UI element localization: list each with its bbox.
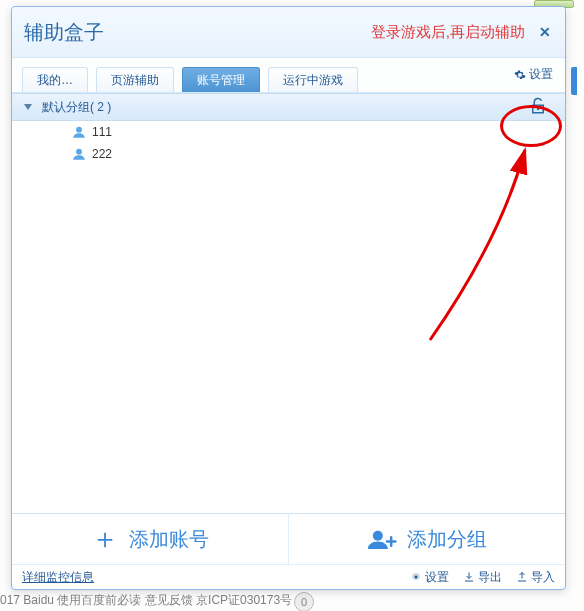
account-name: 222 xyxy=(92,147,112,161)
group-label: 默认分组( 2 ) xyxy=(42,99,111,116)
import-icon xyxy=(516,571,528,583)
footer-export-link[interactable]: 导出 xyxy=(463,569,502,586)
plus-icon: ＋ xyxy=(91,529,119,549)
footer-settings-link[interactable]: 设置 xyxy=(410,569,449,586)
unlock-icon xyxy=(529,97,547,115)
export-icon xyxy=(463,571,475,583)
user-icon xyxy=(72,147,86,161)
add-group-button[interactable]: 添加分组 xyxy=(288,514,565,564)
account-name: 111 xyxy=(92,125,112,139)
tab-webgame-assist[interactable]: 页游辅助 xyxy=(96,67,174,92)
expand-triangle-icon xyxy=(24,104,32,110)
footer-big-actions: ＋ 添加账号 添加分组 xyxy=(12,514,565,564)
account-row[interactable]: 222 xyxy=(12,143,565,165)
add-account-label: 添加账号 xyxy=(129,526,209,553)
person-plus-icon xyxy=(367,527,397,551)
account-row[interactable]: 111 xyxy=(12,121,565,143)
window-title: 辅助盒子 xyxy=(24,19,104,46)
footer-import-link[interactable]: 导入 xyxy=(516,569,555,586)
close-button[interactable]: ✕ xyxy=(539,24,551,40)
footer-links-bar: 详细监控信息 设置 导出 导入 xyxy=(12,564,565,589)
panel-footer: ＋ 添加账号 添加分组 详细监控信息 设置 导出 xyxy=(12,513,565,589)
tab-account-manage[interactable]: 账号管理 xyxy=(182,67,260,92)
svg-point-2 xyxy=(76,149,82,155)
group-row-default[interactable]: 默认分组( 2 ) xyxy=(12,93,565,121)
settings-label: 设置 xyxy=(529,66,553,83)
gear-icon xyxy=(514,69,526,81)
add-account-button[interactable]: ＋ 添加账号 xyxy=(12,514,288,564)
tab-running-games[interactable]: 运行中游戏 xyxy=(268,67,358,92)
tab-my[interactable]: 我的… xyxy=(22,67,88,92)
account-list-body: 默认分组( 2 ) 111 222 xyxy=(12,93,565,513)
assistant-panel: 辅助盒子 登录游戏后,再启动辅助 ✕ 我的… 页游辅助 账号管理 运行中游戏 设… xyxy=(11,6,566,590)
titlebar: 辅助盒子 登录游戏后,再启动辅助 ✕ xyxy=(12,7,565,58)
add-group-label: 添加分组 xyxy=(407,526,487,553)
detail-monitor-link[interactable]: 详细监控信息 xyxy=(22,569,94,586)
settings-link[interactable]: 设置 xyxy=(514,66,553,83)
login-warning-text: 登录游戏后,再启动辅助 xyxy=(371,23,525,42)
user-icon xyxy=(72,125,86,139)
svg-point-1 xyxy=(76,127,82,133)
side-tab-indicator xyxy=(571,67,577,95)
background-page-footer-text: 017 Baidu 使用百度前必读 意见反馈 京ICP证030173号 xyxy=(0,592,292,609)
unlock-button[interactable] xyxy=(529,97,547,118)
background-notification-badge: 0 xyxy=(294,592,314,611)
gear-icon xyxy=(410,571,422,583)
svg-point-3 xyxy=(373,531,383,541)
svg-point-0 xyxy=(537,108,539,110)
tab-strip: 我的… 页游辅助 账号管理 运行中游戏 设置 xyxy=(12,58,565,93)
